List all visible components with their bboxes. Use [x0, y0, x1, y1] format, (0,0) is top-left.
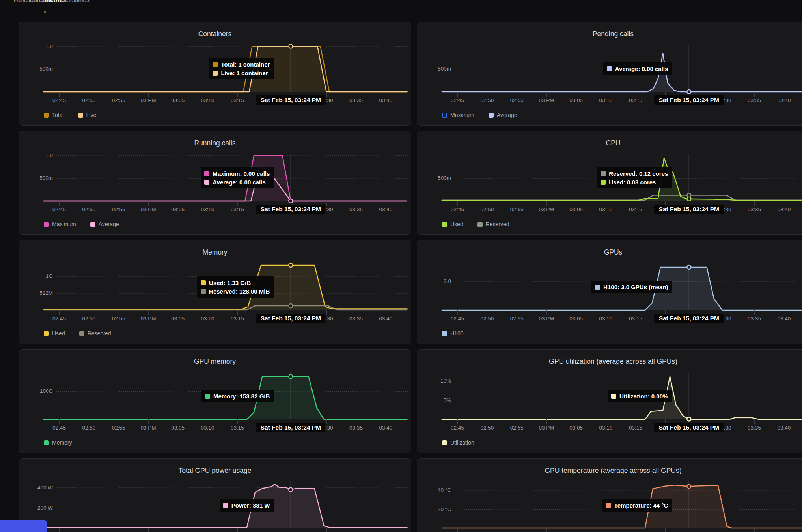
x-axis-label: 02:50	[82, 425, 95, 431]
x-axis-label: 02:55	[510, 316, 524, 322]
chart-panel-pending-calls: Pending callsAverage: 0.00 calls500m02:4…	[417, 22, 802, 126]
x-axis-tick	[725, 201, 725, 206]
x-axis-label: 03:15	[231, 425, 244, 431]
x-axis-tick	[725, 310, 725, 315]
x-axis-label: 02:55	[112, 425, 125, 431]
x-axis-label: 03:15	[629, 206, 642, 212]
x-axis-label: 02:50	[82, 97, 95, 103]
tooltip-text: Temperature: 44 °C	[614, 502, 668, 509]
tooltip-swatch	[611, 394, 616, 399]
x-axis-tick	[636, 419, 636, 424]
chart-plot-area[interactable]: Temperature: 44 °C	[417, 481, 802, 528]
legend-item-total[interactable]: Total	[44, 112, 64, 118]
tooltip-text: Used: 0.03 cores	[609, 179, 656, 186]
chart-plot-area[interactable]: Maximum: 0.00 callsAverage: 0.00 calls	[19, 154, 411, 201]
x-axis-tick	[386, 528, 386, 532]
x-axis-tick	[754, 528, 755, 532]
x-axis-tick	[487, 92, 487, 97]
chart-tooltip: Power: 381 W	[220, 499, 274, 512]
tooltip-swatch	[601, 171, 606, 176]
hover-marker	[687, 265, 691, 269]
x-axis-label: 03 PM	[140, 316, 156, 322]
x-axis-tick	[754, 92, 755, 97]
legend-item-maximum[interactable]: Maximum	[442, 112, 474, 118]
x-axis-label: 02:45	[52, 316, 66, 322]
x-axis-tick	[89, 419, 89, 424]
x-axis-label: 03:05	[569, 425, 583, 431]
y-axis-label: 40 °C	[417, 487, 451, 493]
x-axis-label: 03:40	[379, 97, 392, 103]
tooltip-text: Utilization: 0.00%	[619, 393, 668, 400]
legend-swatch	[44, 113, 49, 118]
legend-swatch	[44, 331, 49, 336]
x-axis-tick	[695, 528, 695, 532]
tooltip-text: Average: 0.00 calls	[213, 179, 266, 186]
x-axis-label: 03:40	[777, 316, 791, 322]
chart-plot-area[interactable]: Used: 1.33 GiBReserved: 128.00 MiB	[19, 263, 411, 310]
chart-plot-area[interactable]: Power: 381 W	[19, 481, 411, 528]
chart-tooltip: Average: 0.00 calls	[603, 62, 673, 75]
hover-marker	[289, 263, 293, 267]
x-axis-tick	[208, 419, 208, 424]
tooltip-text: Reserved: 128.00 MiB	[209, 288, 270, 295]
legend-label: Reserved	[486, 221, 509, 227]
x-axis-tick	[386, 92, 386, 97]
x-axis-tick	[356, 92, 356, 97]
tab-label: Files	[76, 0, 90, 4]
x-axis-tick	[546, 92, 547, 97]
tooltip-date: Sat Feb 15, 03:24 PM	[256, 95, 325, 105]
legend-item-h100[interactable]: H100	[442, 330, 463, 337]
x-axis-tick	[576, 528, 576, 532]
x-axis-tick	[178, 528, 178, 532]
x-axis-label: 02:55	[510, 97, 524, 103]
chart-title: Pending calls	[417, 30, 802, 38]
y-axis-label: 500m	[417, 66, 451, 72]
tooltip-swatch	[223, 503, 228, 508]
chart-legend: UsedReserved	[44, 330, 111, 337]
legend-item-reserved[interactable]: Reserved	[79, 330, 111, 337]
charts-grid: ContainersTotal: 1 containerLive: 1 cont…	[0, 22, 802, 532]
tooltip-swatch	[213, 62, 218, 67]
legend-swatch	[90, 222, 95, 227]
chart-tooltip: Temperature: 44 °C	[602, 499, 673, 512]
x-axis-tick	[725, 92, 725, 97]
tab-bar: Function CallsContainersMetricsDetailsFi…	[0, 0, 802, 13]
x-axis-tick	[546, 419, 547, 424]
y-axis-label: 1.0	[19, 43, 53, 49]
legend-item-used[interactable]: Used	[44, 330, 65, 337]
chart-plot-area[interactable]: Reserved: 0.12 coresUsed: 0.03 cores	[417, 154, 802, 201]
chart-plot-area[interactable]: Total: 1 containerLive: 1 container	[19, 45, 411, 92]
x-axis-tick	[636, 528, 636, 532]
x-axis-label: 03:15	[629, 97, 642, 103]
legend-item-average[interactable]: Average	[90, 221, 119, 227]
tooltip-swatch	[606, 503, 611, 508]
chart-tooltip: Used: 1.33 GiBReserved: 128.00 MiB	[197, 276, 274, 298]
legend-item-reserved[interactable]: Reserved	[477, 221, 509, 227]
x-axis-label: 03 PM	[539, 425, 554, 431]
chart-title: Running calls	[19, 139, 411, 147]
legend-item-memory[interactable]: Memory	[44, 439, 72, 446]
x-axis-tick	[178, 419, 178, 424]
x-axis-tick	[606, 419, 606, 424]
legend-item-live[interactable]: Live	[78, 112, 97, 118]
legend-label: H100	[450, 330, 463, 337]
tooltip-date: Sat Feb 15, 03:24 PM	[655, 205, 724, 214]
chart-plot-area[interactable]: Memory: 153.82 GiB	[19, 372, 411, 419]
x-axis-tick	[148, 201, 149, 206]
legend-item-utilization[interactable]: Utilization	[442, 439, 474, 446]
x-axis-tick	[208, 92, 208, 97]
tooltip-row: Reserved: 128.00 MiB	[201, 287, 270, 296]
x-axis-label: 02:55	[510, 425, 524, 431]
chart-plot-area[interactable]: Average: 0.00 calls	[417, 45, 802, 92]
chart-legend: H100	[442, 330, 463, 337]
chart-plot-area[interactable]: Utilization: 0.00%	[417, 372, 802, 419]
x-axis-label: 03:10	[599, 97, 613, 103]
x-axis-tick	[784, 310, 784, 315]
legend-item-average[interactable]: Average	[489, 112, 517, 118]
legend-swatch	[442, 113, 447, 118]
x-axis-label: 03:35	[349, 206, 363, 212]
legend-item-maximum[interactable]: Maximum	[44, 221, 76, 227]
x-axis-tick	[119, 528, 119, 532]
legend-item-used[interactable]: Used	[442, 221, 463, 227]
chart-plot-area[interactable]: H100: 3.0 GPUs (mean)	[417, 263, 802, 310]
